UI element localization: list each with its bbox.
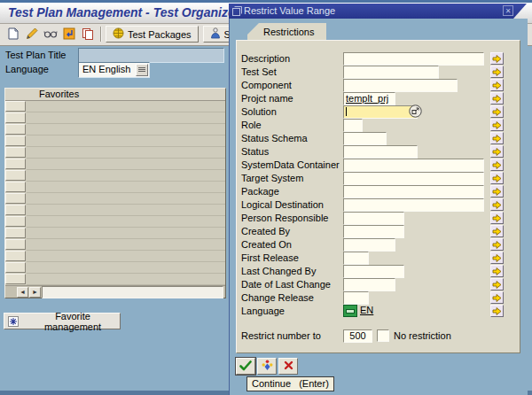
favorite-row-cell[interactable] xyxy=(27,124,225,136)
test-packages-button[interactable]: Test Packages xyxy=(106,26,199,43)
created-on-input[interactable] xyxy=(343,238,395,252)
favorite-row xyxy=(5,147,225,159)
cancel-button[interactable] xyxy=(278,358,298,375)
favorite-row-cell[interactable] xyxy=(27,147,225,159)
favorite-row-selector-button[interactable] xyxy=(5,124,26,135)
multiple-selection-button[interactable] xyxy=(490,172,504,184)
multiple-selection-button[interactable] xyxy=(490,265,504,277)
favorite-row-selector-button[interactable] xyxy=(5,228,26,238)
multiple-selection-button[interactable] xyxy=(490,278,504,290)
language-dropdown[interactable]: EN English xyxy=(78,62,150,78)
logical-destination-input[interactable] xyxy=(343,198,484,212)
restrict-number-input[interactable]: 500 xyxy=(343,329,372,343)
multiple-selection-button[interactable] xyxy=(490,238,504,251)
multiple-selection-button[interactable] xyxy=(490,159,504,171)
continue-button[interactable] xyxy=(236,358,255,375)
favorite-row-selector-button[interactable] xyxy=(5,170,26,181)
first-release-input[interactable] xyxy=(343,252,369,265)
solution-input[interactable] xyxy=(343,105,418,119)
multiple-selection-button[interactable] xyxy=(490,305,504,317)
favorite-row-cell[interactable] xyxy=(27,170,225,182)
status-schema-input[interactable] xyxy=(343,132,387,145)
restrict-number-label: Restrict number to xyxy=(241,330,321,341)
check-entries-button[interactable] xyxy=(257,358,277,375)
systemdata-container-input[interactable] xyxy=(343,159,484,172)
favorite-row-selector-button[interactable] xyxy=(5,136,26,146)
scrollbar-track[interactable] xyxy=(42,286,223,298)
favorite-row-selector-button[interactable] xyxy=(5,182,26,192)
date-of-last-change-input[interactable] xyxy=(343,278,395,291)
change-release-input[interactable] xyxy=(343,291,369,305)
package-input[interactable] xyxy=(343,185,484,198)
favorite-row-selector-button[interactable] xyxy=(5,101,26,112)
no-restriction-checkbox[interactable] xyxy=(377,329,389,342)
favorite-row-selector-button[interactable] xyxy=(5,112,26,123)
favorite-row-cell[interactable] xyxy=(27,182,225,193)
favorite-row-selector-button[interactable] xyxy=(5,239,26,250)
favorite-row-selector-button[interactable] xyxy=(5,216,26,227)
status-input[interactable] xyxy=(343,145,418,159)
favorite-row-selector-button[interactable] xyxy=(5,159,26,169)
tab-restrictions[interactable]: Restrictions xyxy=(247,23,326,40)
favorite-row-cell[interactable] xyxy=(27,101,225,112)
create-button[interactable] xyxy=(4,26,22,43)
multiple-selection-button[interactable] xyxy=(490,198,504,211)
favorite-row-cell[interactable] xyxy=(27,251,225,262)
multiple-selection-button[interactable] xyxy=(490,145,504,158)
display-button[interactable] xyxy=(41,26,59,43)
value-help-icon[interactable] xyxy=(409,105,422,118)
multiple-selection-button[interactable] xyxy=(490,185,504,198)
multiple-selection-button[interactable] xyxy=(490,225,504,237)
restriction-row-created-on: Created On xyxy=(237,238,520,252)
created-by-input[interactable] xyxy=(343,225,404,238)
favorite-row-cell[interactable] xyxy=(27,136,225,147)
favorite-row-cell[interactable] xyxy=(27,262,225,274)
text-caret xyxy=(346,107,347,116)
multiple-selection-button[interactable] xyxy=(490,79,504,91)
target-system-input[interactable] xyxy=(343,172,484,185)
favorite-row-selector-button[interactable] xyxy=(5,274,26,284)
favorite-row-cell[interactable] xyxy=(27,205,225,216)
favorite-row-selector-button[interactable] xyxy=(5,251,26,261)
multiple-selection-button[interactable] xyxy=(490,92,504,105)
person-responsible-input[interactable] xyxy=(343,212,404,225)
favorite-row-selector-button[interactable] xyxy=(5,193,26,204)
dialog-title-bar[interactable]: Restrict Value Range ✕ xyxy=(229,4,527,19)
favorite-row-selector-button[interactable] xyxy=(5,262,26,273)
favorite-row-cell[interactable] xyxy=(27,112,225,124)
dropdown-icon[interactable] xyxy=(136,64,148,76)
change-view-button[interactable] xyxy=(59,26,78,43)
multiple-selection-button[interactable] xyxy=(490,119,504,131)
multiple-selection-button[interactable] xyxy=(490,66,504,78)
favorite-row-cell[interactable] xyxy=(27,193,225,205)
multiple-selection-button[interactable] xyxy=(490,252,504,264)
description-input[interactable] xyxy=(343,52,484,66)
favorite-row-cell[interactable] xyxy=(27,216,225,228)
test-plan-title-input[interactable] xyxy=(78,48,224,63)
favorite-row-cell[interactable] xyxy=(27,228,225,239)
component-input[interactable] xyxy=(343,79,458,92)
favorite-row-cell[interactable] xyxy=(27,274,225,285)
favorite-row-selector-button[interactable] xyxy=(5,205,26,215)
multiple-selection-button[interactable] xyxy=(490,105,504,118)
multiple-selection-button[interactable] xyxy=(490,132,504,144)
multiple-selection-button[interactable] xyxy=(490,52,504,65)
edit-button[interactable] xyxy=(22,26,41,43)
test-set-input[interactable] xyxy=(343,66,439,79)
close-icon[interactable]: ✕ xyxy=(503,5,513,16)
favorite-row-cell[interactable] xyxy=(27,159,225,170)
multiple-selection-button[interactable] xyxy=(490,212,504,224)
favorite-management-button[interactable]: Favorite management xyxy=(4,313,121,329)
person-responsible-label: Person Responsible xyxy=(241,213,328,223)
favorite-row-selector-button[interactable] xyxy=(5,147,26,158)
status-schema-label: Status Schema xyxy=(241,133,308,143)
role-input[interactable] xyxy=(343,119,363,132)
copy-button[interactable] xyxy=(78,26,97,43)
language-field-value[interactable]: EN xyxy=(360,305,373,315)
multiple-selection-button[interactable] xyxy=(490,291,504,304)
scroll-left-icon[interactable]: ◄ xyxy=(17,287,28,298)
favorite-row-cell[interactable] xyxy=(27,239,225,251)
projct-name-input[interactable]: templt_prj xyxy=(343,92,395,105)
scroll-right-icon[interactable]: ► xyxy=(29,287,41,298)
last-changed-by-input[interactable] xyxy=(343,265,404,278)
